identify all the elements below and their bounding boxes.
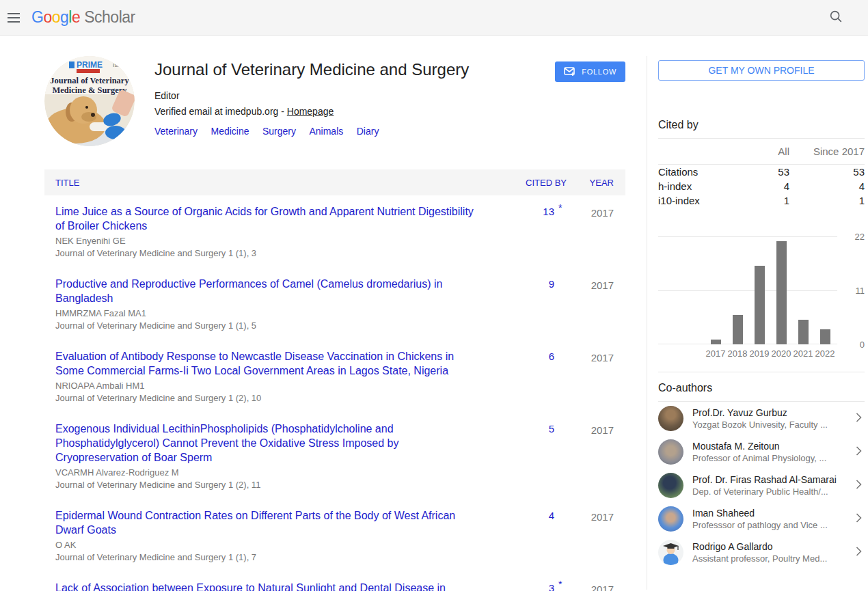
search-icon[interactable] [826,6,846,29]
article-year: 2017 [567,204,625,260]
get-my-own-profile-button[interactable]: GET MY OWN PROFILE [658,60,865,81]
coauthor-avatar [658,506,683,532]
interest-link-animals[interactable]: Animals [309,126,343,137]
chart-bar[interactable] [776,241,787,344]
chart-bar[interactable] [711,340,721,344]
chart-bars: 201720182019202020212022 [705,241,836,344]
homepage-link[interactable]: Homepage [287,106,334,117]
profile-verified-email: Verified email at imedpub.org - Homepage [154,106,555,117]
article-title-link[interactable]: Exogenous Individual LecithinPhospholipi… [55,423,398,463]
chart-bar-group: 2022 [814,329,836,344]
article-year: 2017 [567,508,625,564]
stats-row-i10-index: i10-index 1 1 [658,193,865,208]
cited-by-count-link[interactable]: 6 [549,351,554,362]
stats-col-all: All [742,146,789,157]
article-title-link[interactable]: Lime Juice as a Source of Organic Acids … [55,206,474,232]
menu-icon[interactable] [0,5,27,30]
journal-cover-image: PRIME ISSN: Journal of Veterinary Medici… [44,56,135,146]
list-item[interactable]: Rodrigo A Gallardo Assistant professor, … [658,536,865,569]
coauthor-name[interactable]: Iman Shaheed [692,507,850,519]
column-header-cited-by[interactable]: CITED BY [501,178,567,188]
table-row: Productive and Reproductive Performances… [44,268,625,340]
article-venue: Journal of Veterinary Medicine and Surge… [55,247,480,260]
page-content: PRIME ISSN: Journal of Veterinary Medici… [0,56,868,591]
x-axis-tick: 2022 [815,348,835,359]
table-row: Evaluation of Antibody Response to Newca… [44,340,625,413]
google-scholar-logo[interactable]: Google Scholar [31,8,135,27]
articles-table: TITLE CITED BY YEAR Lime Juice as a Sour… [44,169,625,591]
column-header-year[interactable]: YEAR [567,178,625,188]
graduate-default-avatar-icon [658,540,683,565]
articles-table-header: TITLE CITED BY YEAR [44,169,625,195]
column-header-title[interactable]: TITLE [44,178,501,188]
chart-bar[interactable] [755,266,765,344]
top-app-bar: Google Scholar [0,0,868,36]
citations-bar-chart: 22 11 0 201720182019202020212022 [658,236,837,344]
coauthor-name[interactable]: Prof. Dr. Firas Rashad Al-Samarai [692,473,850,486]
chevron-right-icon[interactable] [850,446,865,458]
cited-by-count-link[interactable]: 13 [543,206,554,217]
article-authors: O AK [55,539,480,551]
article-title-link[interactable]: Epidermal Wound Contraction Rates on Dif… [55,510,455,536]
profile-interests: Veterinary Medicine Surgery Animals Diar… [154,125,555,137]
article-authors: NEK Enyenihi GE [55,235,480,247]
stats-row-citations: Citations 53 53 [658,165,865,179]
x-axis-tick: 2018 [728,348,748,359]
coauthors-heading[interactable]: Co-authors [658,372,865,402]
table-row: Epidermal Wound Contraction Rates on Dif… [44,499,625,572]
article-year: 2017 [567,349,625,404]
coauthor-avatar [658,406,683,431]
cited-by-count-link[interactable]: 5 [549,423,554,435]
x-axis-tick: 2019 [750,348,770,359]
x-axis-tick: 2021 [794,348,813,359]
list-item[interactable]: Prof. Dr. Firas Rashad Al-Samarai Dep. o… [658,469,865,502]
citation-star: * [554,579,567,590]
coauthor-name[interactable]: Prof.Dr. Yavuz Gurbuz [692,407,850,419]
coauthor-affiliation: Professor of Animal Physiology, ... [692,452,850,464]
x-axis-tick: 2017 [706,348,726,359]
chevron-right-icon[interactable] [850,480,865,492]
article-authors: HMMRZMA Fazal MA1 [55,307,480,320]
chart-bar[interactable] [733,315,743,344]
coauthor-affiliation: Professsor of pathlogy and Vice ... [692,519,850,531]
stat-value-all: 53 [742,166,789,178]
interest-link-veterinary[interactable]: Veterinary [154,126,198,137]
coauthor-affiliation: Yozgat Bozok Univesity, Faculty ... [692,419,850,430]
list-item[interactable]: Prof.Dr. Yavuz Gurbuz Yozgat Bozok Unive… [658,402,865,435]
coauthor-name[interactable]: Rodrigo A Gallardo [692,540,850,553]
svg-text:PRIME: PRIME [77,60,103,70]
article-title-link[interactable]: Evaluation of Antibody Response to Newca… [55,351,454,376]
table-row: Lime Juice as a Source of Organic Acids … [44,195,625,268]
table-row: Exogenous Individual LecithinPhospholipi… [44,413,625,499]
interest-link-surgery[interactable]: Surgery [262,126,296,137]
cited-by-count-link[interactable]: 9 [549,278,554,290]
stat-value-all: 4 [742,180,789,192]
follow-button[interactable]: FOLLOW [555,61,625,82]
chevron-right-icon[interactable] [850,413,865,425]
list-item[interactable]: Iman Shaheed Professsor of pathlogy and … [658,502,865,536]
google-logo-word: Google [31,8,80,27]
cited-by-count-link[interactable]: 3 [549,582,554,591]
follow-envelope-icon [564,67,576,77]
interest-link-diary[interactable]: Diary [357,126,379,137]
citation-star: * [554,202,567,213]
coauthor-name[interactable]: Moustafa M. Zeitoun [692,440,850,452]
article-title-link[interactable]: Lack of Association between Exposure to … [55,582,446,591]
chart-bar-group: 2021 [792,320,814,344]
chart-bar[interactable] [798,320,809,344]
cited-by-count-link[interactable]: 4 [549,510,554,521]
chevron-right-icon[interactable] [850,513,865,525]
coauthor-affiliation: Assistant professor, Poultry Med... [692,553,850,564]
article-title-link[interactable]: Productive and Reproductive Performances… [55,278,442,304]
chevron-right-icon[interactable] [850,547,865,559]
cited-by-heading[interactable]: Cited by [658,119,865,139]
stat-value-all: 1 [742,195,789,206]
profile-avatar[interactable]: PRIME ISSN: Journal of Veterinary Medici… [44,56,135,146]
coauthors-list: Prof.Dr. Yavuz Gurbuz Yozgat Bozok Unive… [658,402,865,569]
list-item[interactable]: Moustafa M. Zeitoun Professor of Animal … [658,435,865,469]
svg-text:ISSN:: ISSN: [113,62,127,68]
article-venue: Journal of Veterinary Medicine and Surge… [55,392,480,404]
interest-link-medicine[interactable]: Medicine [211,126,249,137]
chart-bar[interactable] [820,329,830,344]
coauthor-avatar-default [658,540,683,565]
